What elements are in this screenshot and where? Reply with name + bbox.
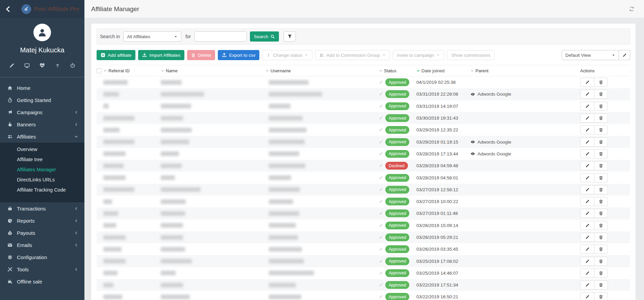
delete-row-button[interactable] [594,293,608,300]
edit-status-icon[interactable] [379,259,383,263]
show-commissions-button[interactable]: Show commissions [447,50,495,60]
invite-to-campaign-button[interactable]: Invite to campaign [393,50,444,60]
sidebar-item-offline-sale[interactable]: Offline sale [0,275,84,288]
edit-status-icon[interactable] [379,235,383,239]
edit-row-button[interactable] [581,257,594,266]
delete-row-button[interactable] [594,138,608,146]
edit-row-button[interactable] [581,197,594,206]
status-badge[interactable]: Approved [385,150,409,158]
sidebar-item-emails[interactable]: Emails [0,239,84,251]
sidebar-item-getting-started[interactable]: Getting Started [0,94,84,106]
select-all-checkbox[interactable] [97,68,102,73]
change-status-button[interactable]: Change status [262,50,312,60]
sidebar-item-configuration[interactable]: Configuration [0,251,84,263]
edit-row-button[interactable] [581,185,594,194]
edit-status-icon[interactable] [379,211,383,215]
help-quick-button[interactable]: ? [55,63,60,68]
sidebar-item-reports[interactable]: Reports [0,215,84,227]
edit-status-icon[interactable] [379,247,383,251]
submenu-item-affiliate-tracking-code[interactable]: Affiliate Tracking Code [0,185,84,195]
status-badge[interactable]: Approved [385,222,409,229]
delete-row-button[interactable] [594,114,608,122]
avatar[interactable] [33,24,51,41]
edit-row-button[interactable] [581,269,594,277]
delete-row-button[interactable] [594,209,608,218]
submenu-item-affiliates-manager[interactable]: Affiliates Manager [0,165,84,175]
submenu-item-overview[interactable]: Overview [0,144,84,154]
status-badge[interactable]: Approved [385,257,409,265]
edit-status-icon[interactable] [379,164,383,168]
status-badge[interactable]: Approved [385,102,409,110]
edit-row-button[interactable] [581,78,594,86]
delete-row-button[interactable] [594,90,608,98]
edit-status-icon[interactable] [379,152,383,156]
sort-username-button[interactable] [265,69,269,73]
refresh-button[interactable] [629,6,635,12]
search-button[interactable]: Search [250,31,279,42]
edit-status-icon[interactable] [379,200,383,203]
status-badge[interactable]: Approved [385,186,409,194]
view-parent-icon[interactable] [470,140,475,144]
status-badge[interactable]: Approved [385,293,409,300]
add-to-commission-group-button[interactable]: Add to Commission Group [315,50,390,60]
sidebar-item-home[interactable]: Home [0,82,84,94]
view-parent-icon[interactable] [470,151,475,156]
heartbeat-quick-button[interactable] [40,63,45,68]
export-csv-button[interactable]: Export to csv [218,50,259,60]
edit-status-icon[interactable] [379,224,383,227]
edit-status-icon[interactable] [379,283,383,287]
delete-row-button[interactable] [594,221,608,230]
app-logo[interactable]: Post Affiliate Pro [22,4,79,14]
delete-row-button[interactable] [594,257,608,266]
search-scope-select[interactable]: All Affiliates [123,31,181,42]
delete-row-button[interactable] [594,174,608,182]
collapse-sidebar-button[interactable] [5,6,11,12]
view-select[interactable]: Default View [562,50,619,60]
status-badge[interactable]: Approved [385,245,409,253]
edit-status-icon[interactable] [379,80,383,84]
status-badge[interactable]: Declined [385,162,408,170]
sidebar-item-affiliates[interactable]: Affiliates [0,130,84,143]
view-parent-icon[interactable] [470,92,475,97]
edit-status-icon[interactable] [379,140,383,144]
status-badge[interactable]: Approved [385,269,409,277]
edit-row-button[interactable] [581,293,594,300]
import-affiliates-button[interactable]: Import Affiliates [138,50,184,60]
status-badge[interactable]: Approved [385,114,409,122]
monitor-quick-button[interactable] [24,63,30,68]
delete-row-button[interactable] [594,269,608,277]
pencil-quick-button[interactable] [9,63,15,68]
delete-row-button[interactable] [594,102,608,110]
status-badge[interactable]: Approved [385,90,409,98]
sort-status-button[interactable] [379,69,383,73]
sort-referral-id-button[interactable] [103,69,107,73]
delete-row-button[interactable] [594,150,608,158]
edit-row-button[interactable] [581,281,594,289]
edit-row-button[interactable] [581,161,594,170]
status-badge[interactable]: Approved [385,198,409,205]
edit-row-button[interactable] [581,150,594,158]
add-affiliate-button[interactable]: Add affiliate [97,50,135,60]
sort-date-joined-button[interactable] [416,69,420,73]
sort-name-button[interactable] [161,69,164,73]
edit-row-button[interactable] [581,102,594,110]
edit-row-button[interactable] [581,90,594,98]
edit-row-button[interactable] [581,126,594,134]
delete-row-button[interactable] [594,233,608,242]
power-quick-button[interactable] [70,63,75,68]
submenu-item-directlinks-urls[interactable]: DirectLinks URLs [0,175,84,185]
delete-row-button[interactable] [594,185,608,194]
edit-row-button[interactable] [581,233,594,242]
edit-row-button[interactable] [581,221,594,230]
status-badge[interactable]: Approved [385,78,409,86]
sidebar-item-tools[interactable]: Tools [0,263,84,275]
delete-row-button[interactable] [594,245,608,253]
delete-row-button[interactable] [594,78,608,86]
status-badge[interactable]: Approved [385,209,409,217]
edit-status-icon[interactable] [379,92,383,96]
sidebar-item-campaigns[interactable]: Campaigns [0,106,84,118]
delete-row-button[interactable] [594,197,608,206]
edit-status-icon[interactable] [379,188,383,192]
edit-row-button[interactable] [581,174,594,182]
delete-row-button[interactable] [594,281,608,289]
